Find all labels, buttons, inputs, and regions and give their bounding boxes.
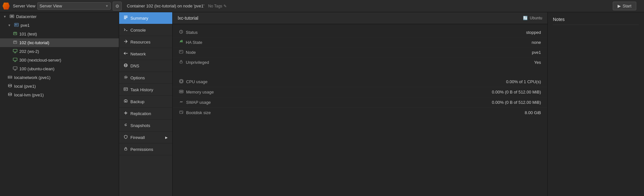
sidebar-item-icon-5	[13, 57, 17, 63]
panel-header: lxc-tutorial 🔄 Ubuntu	[173, 12, 547, 24]
nav-item-permissions[interactable]: Permissions	[119, 143, 172, 155]
resource-icon-1	[179, 89, 184, 95]
nav-item-backup[interactable]: Backup	[119, 96, 172, 108]
sidebar-item-icon-2	[13, 31, 17, 37]
sidebar-item-icon-1	[14, 23, 19, 28]
nav-icon-4	[124, 63, 128, 68]
section-divider	[173, 70, 547, 74]
sidebar-item-icon-0	[10, 14, 14, 19]
status-row-1: HA Statenone	[173, 37, 547, 47]
resource-icon-2	[179, 100, 184, 105]
resource-row-3: Bootdisk size8.00 GiB	[173, 108, 547, 118]
nav-icon-10	[124, 135, 128, 140]
sidebar-item-icon-3	[13, 40, 17, 45]
nav-item-dns[interactable]: DNS	[119, 60, 172, 72]
nav-icon-11	[124, 147, 128, 152]
sidebar-item-5[interactable]: 300 (nextcloud-server)	[0, 56, 119, 64]
svg-rect-35	[180, 62, 182, 64]
svg-rect-4	[15, 24, 17, 24]
svg-rect-22	[124, 17, 128, 18]
sidebar-item-4[interactable]: 202 (ws-2)	[0, 47, 119, 56]
nav-item-network[interactable]: Network	[119, 48, 172, 60]
nav-icon-0	[124, 15, 128, 21]
sidebar-item-1[interactable]: ▼pve1	[0, 21, 119, 30]
sidebar-item-3[interactable]: 102 (lxc-tutorial)	[0, 38, 119, 47]
sidebar-item-6[interactable]: 100 (ubuntu-clean)	[0, 64, 119, 73]
nav-label-0: Summary	[130, 16, 148, 21]
os-label: Ubuntu	[530, 16, 542, 20]
dropdown-value: Server View	[40, 4, 62, 8]
nav-label-7: Backup	[130, 99, 144, 104]
start-button[interactable]: ▶ Start	[613, 2, 636, 10]
resource-row-0: CPU usage0.00% of 1 CPU(s)	[173, 77, 547, 87]
nav-label-3: Network	[130, 52, 146, 56]
resource-label-2: SWAP usage	[179, 100, 243, 105]
nav-label-10: Firewall	[130, 135, 145, 140]
svg-rect-9	[14, 33, 16, 34]
nav-label-4: DNS	[130, 64, 139, 68]
svg-point-18	[8, 86, 12, 87]
nav-item-options[interactable]: Options	[119, 72, 172, 84]
nav-icon-6	[124, 87, 128, 92]
nav-icon-9	[124, 123, 128, 128]
nav-label-8: Replication	[130, 111, 151, 116]
container-title: Container 102 (lxc-tutorial) on node 'pv…	[127, 4, 204, 8]
panel-title: lxc-tutorial	[178, 15, 198, 21]
status-row-2: Nodepve1	[173, 47, 547, 57]
nav-arrow-icon-10: ▶	[165, 136, 168, 139]
server-view-label: Server View	[13, 4, 35, 8]
sidebar-item-9[interactable]: local-lvm (pve1)	[0, 91, 119, 99]
notes-panel: Notes	[547, 12, 644, 196]
nav-item-task-history[interactable]: Task History	[119, 84, 172, 96]
svg-point-26	[125, 77, 127, 78]
svg-rect-16	[8, 77, 12, 78]
server-view-dropdown[interactable]: Server View ▼	[37, 2, 111, 10]
svg-rect-12	[13, 49, 17, 52]
status-row-3: UnprivilegedYes	[173, 57, 547, 67]
svg-rect-31	[125, 149, 127, 151]
sidebar-item-label-0: Datacenter	[16, 14, 37, 19]
status-icon-0	[179, 30, 183, 35]
resource-value-1: 0.00% (0 B of 512.00 MiB)	[492, 90, 541, 94]
play-icon: ▶	[618, 4, 621, 8]
status-value-1: none	[532, 40, 541, 45]
svg-rect-2	[11, 16, 13, 17]
sidebar-item-2[interactable]: 101 (test)	[0, 30, 119, 38]
nav-icon-5	[124, 75, 128, 80]
status-icon-1	[179, 40, 183, 45]
sidebar-item-label-5: 300 (nextcloud-server)	[19, 58, 61, 63]
gear-button[interactable]: ⚙	[113, 2, 122, 11]
sidebar-item-0[interactable]: ▼Datacenter	[0, 12, 119, 21]
svg-point-43	[182, 113, 183, 113]
svg-point-19	[8, 93, 12, 94]
nav-label-11: Permissions	[130, 147, 153, 152]
nav-item-resources[interactable]: Resources	[119, 36, 172, 48]
status-value-2: pve1	[532, 50, 541, 55]
sidebar-item-label-6: 100 (ubuntu-clean)	[19, 66, 54, 71]
nav-item-console[interactable]: Console	[119, 24, 172, 36]
sidebar-item-8[interactable]: local (pve1)	[0, 82, 119, 91]
nav-item-snapshots[interactable]: Snapshots	[119, 120, 172, 132]
svg-rect-44	[180, 112, 182, 112]
resource-icon-3	[179, 110, 184, 115]
svg-point-7	[17, 25, 18, 25]
nav-item-summary[interactable]: Summary	[119, 12, 172, 24]
svg-rect-14	[13, 67, 17, 69]
nav-label-6: Task History	[130, 87, 153, 92]
status-icon-3	[179, 60, 183, 65]
nav-item-firewall[interactable]: Firewall▶	[119, 132, 172, 143]
svg-rect-6	[15, 25, 17, 25]
status-label-0: Status	[179, 30, 243, 35]
resource-label-3: Bootdisk size	[179, 110, 243, 115]
status-row-0: Statusstopped	[173, 27, 547, 37]
sidebar-item-label-1: pve1	[21, 23, 30, 28]
nav-item-replication[interactable]: Replication	[119, 108, 172, 120]
resource-value-3: 8.00 GiB	[525, 110, 541, 115]
svg-point-17	[8, 84, 12, 85]
nav-icon-7	[124, 99, 128, 104]
no-tags-label[interactable]: No Tags ✎	[208, 4, 227, 8]
svg-rect-15	[8, 76, 12, 77]
svg-point-27	[124, 76, 127, 79]
notes-title: Notes	[553, 15, 639, 25]
sidebar-item-7[interactable]: localnetwork (pve1)	[0, 73, 119, 82]
